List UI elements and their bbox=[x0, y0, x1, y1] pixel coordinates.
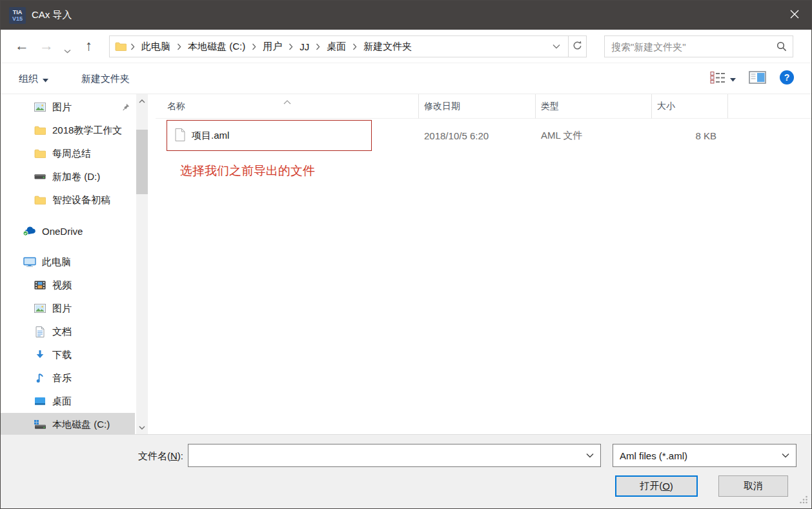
help-icon: ? bbox=[779, 70, 795, 88]
address-dropdown-chevron-icon[interactable] bbox=[553, 44, 560, 49]
filename-label: 文件名(N): bbox=[1, 450, 183, 463]
pictures-icon bbox=[33, 304, 47, 313]
sidebar-scrollbar[interactable] bbox=[136, 94, 148, 434]
sidebar-item-2018-teaching-folder[interactable]: 2018教学工作文 bbox=[1, 119, 135, 142]
downloads-icon bbox=[33, 350, 47, 360]
breadcrumb: 此电脑 本地磁盘 (C:) 用户 JJ 桌面 新建文件夹 bbox=[109, 35, 569, 57]
breadcrumb-jj[interactable]: JJ bbox=[297, 41, 312, 52]
sidebar-item-downloads[interactable]: 下载 bbox=[1, 343, 135, 366]
sidebar-item-documents[interactable]: 文档 bbox=[1, 320, 135, 343]
preview-pane-button[interactable] bbox=[749, 71, 766, 86]
sidebar-item-device-draft-folder[interactable]: 智控设备初稿 bbox=[1, 188, 135, 212]
scroll-up-icon[interactable] bbox=[136, 95, 148, 106]
drive-icon bbox=[33, 174, 47, 180]
column-header-size[interactable]: 大小 bbox=[652, 94, 728, 119]
chevron-down-icon[interactable] bbox=[586, 453, 594, 458]
sidebar-item-pictures[interactable]: 图片 bbox=[1, 297, 135, 320]
desktop-icon bbox=[33, 397, 47, 406]
annotation-text: 选择我们之前导出的文件 bbox=[180, 163, 315, 179]
sidebar-item-pictures-pinned[interactable]: 图片 bbox=[1, 95, 135, 119]
filename-combobox bbox=[188, 444, 601, 467]
main-area: 图片 2018教学工作文 每周总结 bbox=[1, 94, 811, 434]
search-box bbox=[604, 35, 793, 57]
folder-icon bbox=[115, 42, 127, 51]
file-name-cell: 项目.aml bbox=[156, 128, 419, 143]
caret-down-icon bbox=[730, 73, 736, 85]
new-folder-button[interactable]: 新建文件夹 bbox=[81, 63, 130, 94]
videos-icon bbox=[33, 281, 47, 290]
list-view-icon bbox=[710, 71, 726, 86]
command-toolbar: 组织 新建文件夹 bbox=[1, 63, 811, 94]
filetype-value: Aml files (*.aml) bbox=[613, 450, 782, 461]
refresh-button[interactable] bbox=[568, 35, 587, 57]
chevron-right-icon bbox=[127, 43, 139, 50]
documents-icon bbox=[33, 326, 47, 337]
close-icon bbox=[790, 10, 799, 21]
chevron-down-icon bbox=[782, 453, 789, 458]
cancel-button[interactable]: 取消 bbox=[718, 475, 788, 497]
sidebar-item-videos[interactable]: 视频 bbox=[1, 274, 135, 297]
preview-pane-icon bbox=[749, 71, 766, 86]
sidebar-item-music[interactable]: 音乐 bbox=[1, 366, 135, 390]
breadcrumb-desktop[interactable]: 桌面 bbox=[324, 41, 349, 53]
breadcrumb-local-disk-c[interactable]: 本地磁盘 (C:) bbox=[185, 41, 248, 53]
scrollbar-thumb[interactable] bbox=[136, 130, 148, 194]
sidebar-item-onedrive[interactable]: OneDrive bbox=[1, 219, 135, 243]
column-header-date-modified[interactable]: 修改日期 bbox=[419, 94, 536, 119]
back-button[interactable]: ← bbox=[15, 37, 29, 54]
navigation-pane: 图片 2018教学工作文 每周总结 bbox=[1, 94, 156, 434]
column-header-type[interactable]: 类型 bbox=[536, 94, 652, 119]
sidebar-item-weekly-summary-folder[interactable]: 每周总结 bbox=[1, 142, 135, 165]
chevron-right-icon bbox=[173, 43, 185, 50]
file-type-cell: AML 文件 bbox=[536, 130, 652, 142]
breadcrumb-this-pc[interactable]: 此电脑 bbox=[139, 41, 173, 53]
file-open-dialog: TIA V15 CAx 导入 ← → ↑ 此电脑 本地磁盘 (C:) 用户 bbox=[0, 0, 812, 509]
file-list: 名称 修改日期 类型 大小 项目.aml 2018/10/5 6:20 AML … bbox=[156, 94, 811, 434]
chevron-right-icon bbox=[248, 43, 260, 50]
help-button[interactable]: ? bbox=[779, 70, 795, 88]
organize-menu-button[interactable]: 组织 bbox=[19, 63, 48, 94]
folder-icon bbox=[33, 149, 47, 158]
music-icon bbox=[33, 373, 47, 383]
pin-icon bbox=[122, 103, 130, 111]
resize-grip[interactable] bbox=[799, 495, 808, 506]
breadcrumb-new-folder[interactable]: 新建文件夹 bbox=[361, 41, 414, 53]
sidebar-item-desktop[interactable]: 桌面 bbox=[1, 390, 135, 413]
breadcrumb-users[interactable]: 用户 bbox=[260, 41, 285, 53]
sidebar-item-local-disk-c[interactable]: 本地磁盘 (C:) bbox=[1, 413, 135, 436]
caret-down-icon bbox=[43, 74, 48, 85]
sidebar-item-new-volume-d[interactable]: 新加卷 (D:) bbox=[1, 165, 135, 188]
file-row-project-aml[interactable]: 项目.aml 2018/10/5 6:20 AML 文件 8 KB bbox=[156, 120, 811, 151]
title-bar: TIA V15 CAx 导入 bbox=[1, 1, 811, 30]
filename-input[interactable] bbox=[188, 444, 586, 466]
chevron-right-icon bbox=[312, 43, 324, 50]
toolbar-right-group: ? bbox=[710, 63, 795, 94]
scroll-down-icon[interactable] bbox=[136, 422, 148, 433]
sort-ascending-icon bbox=[283, 95, 291, 107]
svg-text:?: ? bbox=[784, 72, 790, 83]
window-title: CAx 导入 bbox=[32, 9, 72, 21]
folder-icon bbox=[33, 195, 47, 205]
open-button[interactable]: 打开(O) bbox=[615, 475, 698, 497]
computer-icon bbox=[23, 257, 37, 267]
search-icon[interactable] bbox=[776, 41, 787, 52]
dialog-footer: 文件名(N): Aml files (*.aml) 打开(O) 取消 bbox=[1, 434, 811, 509]
file-date-cell: 2018/10/5 6:20 bbox=[419, 130, 536, 141]
close-button[interactable] bbox=[778, 1, 811, 30]
change-view-button[interactable] bbox=[710, 71, 736, 86]
history-chevron-icon[interactable] bbox=[64, 41, 71, 57]
up-button[interactable]: ↑ bbox=[85, 37, 92, 54]
folder-icon bbox=[33, 126, 47, 135]
navigation-bar: ← → ↑ 此电脑 本地磁盘 (C:) 用户 JJ 桌面 新建文件夹 bbox=[1, 30, 811, 63]
search-input[interactable] bbox=[605, 41, 776, 52]
onedrive-icon bbox=[23, 226, 37, 236]
filetype-dropdown[interactable]: Aml files (*.aml) bbox=[613, 444, 797, 467]
pictures-icon bbox=[33, 103, 47, 112]
column-header-row: 名称 修改日期 类型 大小 bbox=[156, 94, 811, 119]
sidebar-item-this-pc[interactable]: 此电脑 bbox=[1, 250, 135, 274]
windows-drive-icon bbox=[33, 420, 47, 430]
file-icon bbox=[175, 128, 185, 143]
file-size-cell: 8 KB bbox=[652, 130, 728, 141]
tia-app-icon: TIA V15 bbox=[9, 7, 26, 24]
forward-button[interactable]: → bbox=[39, 37, 54, 54]
